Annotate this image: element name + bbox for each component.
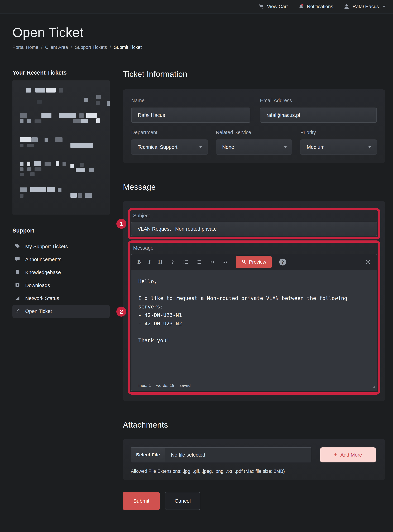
redacted-block [20, 173, 24, 176]
view-cart-button[interactable]: View Cart [258, 4, 288, 10]
breadcrumb-support-tickets[interactable]: Support Tickets [75, 45, 107, 50]
message-textarea[interactable]: Hello, I'd like to request a Non-routed … [131, 270, 377, 391]
code-button[interactable] [209, 259, 215, 265]
ordered-list-button[interactable] [196, 259, 202, 265]
redacted-block [20, 137, 31, 142]
redacted-block [79, 113, 84, 118]
resize-handle[interactable] [372, 385, 375, 389]
subject-input[interactable] [131, 222, 377, 236]
redacted-block [27, 119, 31, 123]
redacted-block [27, 167, 31, 171]
redacted-block [30, 172, 34, 176]
attachments-heading: Attachments [123, 420, 385, 430]
redacted-block [34, 167, 41, 171]
main-content: Ticket Information Name Email Address [123, 69, 385, 510]
notifications-button[interactable]: Notifications [298, 4, 333, 10]
message-card: 1 Subject 2 Message B I H [123, 201, 385, 401]
editor-toolbar: B I H Preview [131, 254, 377, 270]
link-button[interactable] [170, 259, 175, 265]
tag-icon [15, 243, 20, 250]
italic-button[interactable]: I [148, 259, 151, 265]
add-more-button[interactable]: + Add More [320, 447, 376, 462]
topbar: View Cart Notifications Rafał Hacuś [0, 0, 393, 14]
redacted-block [37, 100, 42, 103]
message-field-label: Message [133, 245, 377, 251]
sidebar-item-open-ticket[interactable]: Open Ticket [12, 305, 110, 318]
download-icon [15, 282, 20, 289]
quote-button[interactable] [223, 259, 228, 265]
preview-button[interactable]: Preview [236, 256, 272, 268]
sidebar-item-network-status[interactable]: Network Status [12, 292, 110, 305]
bell-icon [298, 4, 304, 10]
form-actions: Submit Cancel [123, 492, 385, 510]
cart-icon [258, 4, 264, 10]
sidebar-item-label: Network Status [25, 296, 59, 301]
comment-icon [15, 256, 20, 263]
redacted-block [20, 194, 24, 198]
related-service-label: Related Service [216, 130, 292, 135]
sidebar-item-label: Downloads [25, 283, 50, 288]
allowed-extensions-hint: Allowed File Extensions: .jpg, .gif, .jp… [131, 469, 377, 474]
redacted-block [30, 187, 46, 192]
redacted-block [78, 193, 82, 198]
redacted-block [47, 187, 55, 192]
message-heading: Message [123, 182, 385, 192]
fullscreen-icon[interactable] [365, 259, 371, 265]
email-field[interactable] [260, 107, 377, 123]
sidebar-item-label: Announcements [25, 257, 61, 262]
cancel-button[interactable]: Cancel [165, 492, 200, 510]
help-icon[interactable]: ? [279, 259, 286, 265]
redacted-block [76, 168, 85, 172]
redacted-block [70, 164, 74, 168]
related-service-select[interactable]: None [216, 139, 292, 155]
user-menu[interactable]: Rafał Hacuś [344, 4, 386, 10]
sidebar-item-label: My Support Tickets [25, 244, 68, 249]
redacted-block [96, 101, 100, 105]
name-field[interactable] [131, 107, 250, 123]
annotation-badge-2: 2 [116, 307, 126, 317]
redacted-block [34, 119, 41, 123]
recent-tickets-redacted-panel[interactable] [12, 80, 110, 215]
department-select[interactable]: Technical Support [131, 139, 208, 155]
chevron-down-icon [284, 146, 287, 148]
sidebar-item-knowledgebase[interactable]: Knowledgebase [12, 266, 110, 279]
submit-button[interactable]: Submit [123, 492, 160, 510]
breadcrumb: Portal Home / Client Area / Support Tick… [12, 45, 385, 50]
redacted-block [85, 193, 92, 198]
search-icon [241, 259, 246, 265]
redacted-block [96, 95, 101, 99]
support-menu: My Support Tickets Announcements Knowled… [12, 240, 110, 318]
breadcrumb-separator: / [41, 45, 43, 50]
email-label: Email Address [260, 98, 377, 103]
priority-select[interactable]: Medium [300, 139, 377, 155]
bold-button[interactable]: B [137, 259, 141, 265]
sidebar: Your Recent Tickets Support My Support T… [12, 69, 110, 318]
add-more-label: Add More [340, 452, 362, 458]
unordered-list-button[interactable] [183, 259, 189, 265]
related-service-value: None [222, 144, 234, 150]
words-count: 19 [170, 383, 174, 388]
plus-icon: + [334, 452, 338, 458]
redacted-block [70, 193, 77, 198]
chevron-down-icon [383, 6, 386, 8]
select-file-button[interactable]: Select File [131, 448, 165, 462]
markdown-editor: B I H Preview [131, 254, 377, 391]
sidebar-item-my-support-tickets[interactable]: My Support Tickets [12, 240, 110, 253]
annotation-box-subject: 1 Subject [128, 208, 380, 239]
sidebar-item-downloads[interactable]: Downloads [12, 279, 110, 292]
external-link-icon [15, 308, 20, 314]
redacted-block [73, 119, 81, 123]
chevron-down-icon [199, 146, 202, 148]
department-value: Technical Support [138, 144, 177, 150]
redacted-block [27, 161, 30, 166]
redacted-block [20, 119, 24, 123]
redacted-block [31, 137, 38, 142]
breadcrumb-client-area[interactable]: Client Area [45, 45, 68, 50]
redacted-block [35, 88, 45, 93]
heading-button[interactable]: H [158, 259, 162, 265]
file-upload-input[interactable]: Select File No file selected [131, 447, 311, 462]
sidebar-item-announcements[interactable]: Announcements [12, 253, 110, 266]
network-status-icon [15, 295, 20, 302]
saved-status: saved [180, 383, 191, 388]
breadcrumb-portal-home[interactable]: Portal Home [12, 45, 38, 50]
